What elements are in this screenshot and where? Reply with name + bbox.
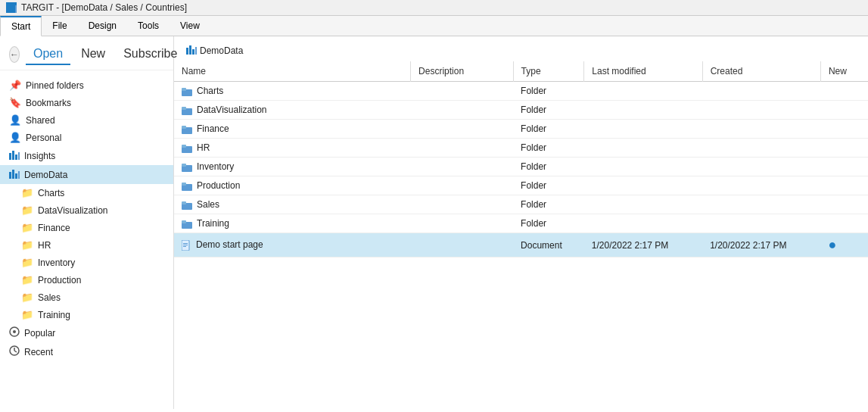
table-row[interactable]: ChartsFolder [174,82,868,101]
svg-line-16 [14,351,17,352]
cell-last-modified [584,158,702,176]
svg-rect-36 [182,220,186,223]
svg-point-13 [13,330,16,333]
cell-new: ● [820,233,868,258]
cell-last-modified [584,120,702,139]
bookmark-icon: 🔖 [9,97,21,108]
cell-type: Folder [513,176,584,195]
table-row[interactable]: InventoryFolder [174,158,868,176]
sidebar-item-label: DemoData [24,170,67,180]
cell-name: DataVisualization [174,101,411,120]
cell-type: Folder [513,120,584,139]
table-row[interactable]: SalesFolder [174,195,868,214]
table-row[interactable]: Demo start pageDocument1/20/2022 2:17 PM… [174,233,868,258]
cell-created [702,176,820,195]
sidebar-item-training[interactable]: 📁 Training [0,306,173,323]
cell-last-modified [584,101,702,120]
table-row[interactable]: ProductionFolder [174,176,868,195]
cell-created: 1/20/2022 2:17 PM [702,233,820,258]
sidebar-item-label: Sales [38,292,61,303]
svg-rect-5 [12,151,14,160]
sidebar-item-label: Popular [24,328,55,339]
main-area: ← Open New Subscribe 📌 Pinned folders 🔖 … [0,36,868,409]
cell-created [702,101,820,120]
cell-created [702,139,820,158]
title-text: TARGIT - [DemoData / Sales / Countries] [21,2,187,13]
tab-new[interactable]: New [73,44,113,65]
folder-icon [182,161,192,172]
nav-tabs: ← Open New Subscribe [0,36,173,70]
sidebar-item-recent[interactable]: Recent [0,342,173,361]
table-row[interactable]: DataVisualizationFolder [174,101,868,120]
app-icon [6,2,17,13]
cell-type: Folder [513,101,584,120]
cell-created [702,120,820,139]
col-header-last-modified: Last modified [584,61,702,82]
cell-description [411,101,513,120]
row-name-label: Finance [197,123,229,134]
sidebar-item-sales[interactable]: 📁 Sales [0,289,173,306]
sidebar-item-personal[interactable]: 👤 Personal [0,129,173,146]
cell-description [411,120,513,139]
menu-tab-design[interactable]: Design [78,16,127,36]
svg-rect-30 [182,164,186,167]
document-icon [182,239,191,250]
content-table: Name Description Type Last modified Crea… [174,61,868,409]
sidebar-nav: 📌 Pinned folders 🔖 Bookmarks 👤 Shared 👤 … [0,70,173,409]
cell-new [820,214,868,233]
folder-icon [182,218,192,229]
sidebar-item-popular[interactable]: Popular [0,323,173,342]
sidebar-item-insights[interactable]: Insights [0,146,173,165]
sidebar-item-label: HR [38,240,51,251]
menu-tab-view[interactable]: View [170,16,210,36]
cell-type: Folder [513,214,584,233]
cell-last-modified [584,139,702,158]
sidebar-item-finance[interactable]: 📁 Finance [0,219,173,236]
cell-type: Folder [513,82,584,101]
sidebar-item-label: Training [38,310,70,320]
menu-tab-file[interactable]: File [42,16,77,36]
svg-rect-40 [183,246,186,247]
svg-rect-22 [182,88,186,91]
table-row[interactable]: TrainingFolder [174,214,868,233]
sidebar-item-hr[interactable]: 📁 HR [0,236,173,254]
svg-rect-0 [6,7,8,13]
sidebar-item-label: Finance [38,223,70,233]
col-header-new: New [820,61,868,82]
sidebar-item-bookmarks[interactable]: 🔖 Bookmarks [0,94,173,111]
table-header-row: Name Description Type Last modified Crea… [174,61,868,82]
insights-icon [9,149,20,162]
table-row[interactable]: HRFolder [174,139,868,158]
folder-icon: 📁 [21,274,33,286]
sidebar-item-demodata[interactable]: DemoData [0,165,173,184]
cell-new [820,101,868,120]
svg-rect-28 [182,145,186,148]
row-name-label: DataVisualization [197,105,267,115]
cell-name: Inventory [174,158,411,176]
sidebar-item-label: Production [38,275,81,286]
svg-rect-11 [18,171,20,179]
back-button[interactable]: ← [9,46,20,63]
table-row[interactable]: FinanceFolder [174,120,868,139]
cell-last-modified [584,82,702,101]
sidebar-item-pinned-folders[interactable]: 📌 Pinned folders [0,76,173,94]
sidebar-item-shared[interactable]: 👤 Shared [0,111,173,129]
personal-person-icon: 👤 [9,132,21,143]
cell-name: Training [174,214,411,233]
col-header-created: Created [702,61,820,82]
sidebar-item-charts[interactable]: 📁 Charts [0,184,173,201]
menu-tab-start[interactable]: Start [0,16,42,36]
sidebar-item-production[interactable]: 📁 Production [0,271,173,289]
sidebar-item-datavisualization[interactable]: 📁 DataVisualization [0,201,173,219]
cell-new [820,176,868,195]
svg-rect-4 [9,153,11,160]
tab-open[interactable]: Open [26,44,70,65]
menu-tab-tools[interactable]: Tools [127,16,170,36]
cell-description [411,233,513,258]
folder-icon [182,142,192,153]
folder-icon: 📁 [21,239,33,251]
svg-rect-7 [18,152,20,160]
svg-rect-10 [15,173,17,179]
cell-last-modified [584,214,702,233]
sidebar-item-inventory[interactable]: 📁 Inventory [0,254,173,271]
